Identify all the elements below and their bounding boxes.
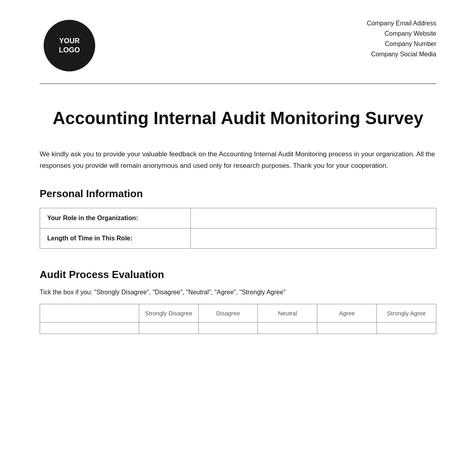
logo-line1: YOUR: [59, 36, 80, 46]
rating-cell-3[interactable]: [258, 322, 317, 334]
col-header-empty: [40, 304, 139, 322]
col-header-disagree: Disagree: [198, 304, 258, 322]
company-website: Company Website: [367, 30, 436, 37]
logo-line2: LOGO: [59, 46, 80, 55]
personal-info-title: Personal Information: [40, 188, 436, 200]
col-header-strongly-disagree: Strongly Disagree: [139, 304, 198, 322]
company-email: Company Email Address: [367, 20, 436, 27]
col-header-strongly-agree: Strongly Agree: [377, 304, 436, 322]
rating-cell-1[interactable]: [139, 322, 198, 334]
rating-row: [40, 322, 436, 334]
personal-info-table: Your Role in the Organization: Length of…: [40, 208, 436, 249]
table-row: Your Role in the Organization:: [40, 208, 436, 228]
header-divider: [40, 83, 436, 84]
time-label: Length of Time in This Role:: [40, 228, 191, 248]
rating-row-label: [40, 322, 139, 334]
col-header-neutral: Neutral: [258, 304, 317, 322]
rating-cell-5[interactable]: [377, 322, 436, 334]
main-content: Accounting Internal Audit Monitoring Sur…: [40, 108, 436, 334]
rating-table: Strongly Disagree Disagree Neutral Agree…: [40, 304, 436, 334]
company-info-block: Company Email Address Company Website Co…: [367, 16, 436, 58]
time-value[interactable]: [190, 228, 436, 248]
rating-header-row: Strongly Disagree Disagree Neutral Agree…: [40, 304, 436, 322]
survey-title: Accounting Internal Audit Monitoring Sur…: [40, 108, 436, 129]
page-header: YOUR LOGO Company Email Address Company …: [40, 16, 436, 75]
rating-cell-4[interactable]: [317, 322, 377, 334]
company-social: Company Social Media: [367, 51, 436, 58]
table-row: Length of Time in This Role:: [40, 228, 436, 248]
logo-container: YOUR LOGO: [40, 16, 99, 75]
logo-circle: YOUR LOGO: [44, 20, 95, 71]
rating-cell-2[interactable]: [198, 322, 258, 334]
audit-instruction: Tick the box if you: "Strongly Disagree"…: [40, 289, 436, 296]
role-value[interactable]: [190, 208, 436, 228]
col-header-agree: Agree: [317, 304, 377, 322]
audit-evaluation-title: Audit Process Evaluation: [40, 269, 436, 281]
role-label: Your Role in the Organization:: [40, 208, 191, 228]
survey-description: We kindly ask you to provide your valuab…: [40, 149, 436, 172]
company-number: Company Number: [367, 40, 436, 48]
